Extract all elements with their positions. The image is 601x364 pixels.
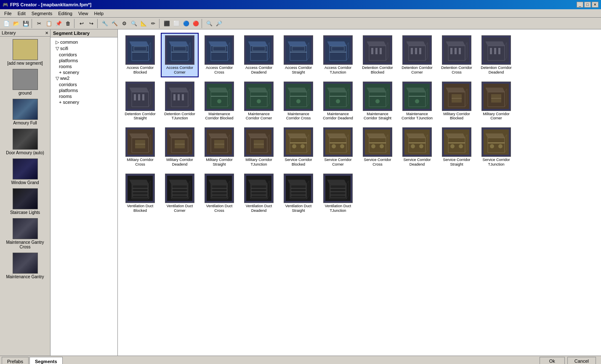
segment-item[interactable]: Ventilation Duct Cross (200, 171, 238, 216)
segment-item[interactable]: Detention Corridor Corner (398, 33, 436, 77)
segment-item[interactable]: Detention Corridor Deadend (477, 33, 515, 77)
tree-item-scifi-rooms[interactable]: rooms (52, 63, 116, 69)
toolbar-save[interactable]: 💾 (21, 19, 30, 28)
toolbar-btn5[interactable]: 📐 (139, 19, 148, 28)
maximize-button[interactable]: □ (584, 2, 591, 8)
segment-item[interactable]: Military Corridor Deadend (161, 125, 199, 169)
library-item-ground[interactable]: ground (4, 68, 46, 96)
segment-item[interactable]: Military Corridor Straight (200, 125, 238, 169)
segment-item[interactable]: Maintenance Corridor Cross (279, 79, 317, 124)
tree-item-ww2-scenery[interactable]: + scenery (52, 99, 116, 105)
segment-item[interactable]: Access Corridor Deadend (240, 33, 278, 77)
tree-item-ww2-platforms[interactable]: platforms (52, 87, 116, 93)
cancel-button[interactable]: Cancel (567, 357, 596, 364)
segment-thumb (284, 174, 313, 203)
segment-item[interactable]: Detention Corridor TJunction (161, 79, 199, 124)
segment-item[interactable]: Service Corridor Corner (319, 125, 357, 169)
menu-view[interactable]: View (76, 10, 91, 17)
toolbar-new[interactable]: 📄 (2, 19, 11, 28)
tree-item-scifi[interactable]: ▽ scifi (52, 45, 116, 52)
segment-item[interactable]: Ventilation Duct Blocked (121, 171, 159, 216)
close-button[interactable]: ✕ (592, 2, 598, 8)
segment-item[interactable]: Detention Corridor Straight (121, 79, 159, 124)
segment-item[interactable]: Access Corridor Corner (161, 33, 199, 77)
tree-item-scifi-corridors[interactable]: corridors (52, 52, 116, 58)
segment-grid-panel[interactable]: Access Corridor Blocked Access Corridor … (118, 29, 601, 356)
segment-item[interactable]: Access Corridor TJunction (319, 33, 357, 77)
segment-item[interactable]: Access Corridor Straight (279, 33, 317, 77)
segment-item[interactable]: Service Corridor Straight (438, 125, 476, 169)
menu-segments[interactable]: Segments (29, 10, 55, 17)
library-item-add-new[interactable]: [add new segment] (4, 38, 46, 66)
segment-item[interactable]: Military Corridor Corner (477, 79, 515, 124)
menu-editing[interactable]: Editing (56, 10, 75, 17)
toolbar-paste[interactable]: 📌 (54, 19, 63, 28)
tree-item-common[interactable]: ▷ common (52, 39, 116, 45)
toolbar-btn8[interactable]: ⬜ (172, 19, 181, 28)
svg-point-101 (336, 99, 340, 103)
segment-item[interactable]: Military Corridor Blocked (438, 79, 476, 124)
segment-item[interactable]: Military Corridor TJunction (240, 125, 278, 169)
toolbar-zoom-out[interactable]: 🔎 (214, 19, 223, 28)
toolbar-undo[interactable]: ↩ (77, 19, 86, 28)
toolbar-delete[interactable]: 🗑 (64, 19, 73, 28)
toolbar-btn6[interactable]: ✏ (149, 19, 158, 28)
tree-item-ww2-rooms[interactable]: rooms (52, 93, 116, 99)
library-close-button[interactable]: ✕ (45, 31, 48, 35)
segment-item[interactable]: Maintenance Corridor Corner (240, 79, 278, 124)
toolbar-btn7[interactable]: ⬛ (162, 19, 171, 28)
tree-item-ww2-corridors[interactable]: corridors (52, 82, 116, 87)
segment-item[interactable]: Ventilation Duct Straight (279, 171, 317, 216)
tree-item-ww2[interactable]: ▽ ww2 (52, 75, 116, 82)
segment-item[interactable]: Ventilation Duct Corner (161, 171, 199, 216)
library-item-door-armoury[interactable]: Door Armoury (auto) (4, 128, 46, 156)
toolbar-btn9[interactable]: 🔵 (181, 19, 191, 28)
segment-item[interactable]: Service Corridor Cross (359, 125, 396, 169)
menu-file[interactable]: File (2, 10, 14, 17)
minimize-button[interactable]: _ (577, 2, 583, 8)
segment-tree-header: Segment Library (51, 29, 117, 37)
toolbar-btn1[interactable]: 🔧 (100, 19, 109, 28)
menu-edit[interactable]: Edit (15, 10, 28, 17)
segment-item[interactable]: Access Corridor Cross (200, 33, 238, 77)
tab-segments[interactable]: Segments (29, 357, 63, 364)
library-scroll[interactable]: [add new segment] ground Armoury Full Do… (0, 37, 50, 356)
segment-item[interactable]: Military Corridor Cross (121, 125, 159, 169)
segment-item[interactable]: Service Corridor TJunction (477, 125, 515, 169)
segment-item[interactable]: Ventilation Duct Deadend (240, 171, 278, 216)
toolbar-open[interactable]: 📂 (11, 19, 21, 28)
tree-item-scifi-scenery[interactable]: + scenery (52, 69, 116, 75)
library-item-window-grand[interactable]: Window Grand (4, 158, 46, 186)
library-item-gantry-cross[interactable]: Maintenance Gantry Cross (4, 217, 46, 250)
toolbar-btn3[interactable]: ⚙ (120, 19, 129, 28)
toolbar-redo[interactable]: ↪ (87, 19, 96, 28)
svg-marker-210 (209, 180, 228, 184)
segment-tree[interactable]: ▷ common ▽ scifi corridors platforms roo… (51, 37, 117, 356)
segment-item[interactable]: Maintenance Corridor Straight (359, 79, 396, 124)
segment-item[interactable]: Maintenance Corridor Deadend (319, 79, 357, 124)
svg-marker-99 (346, 89, 348, 107)
toolbar-cut[interactable]: ✂ (35, 19, 44, 28)
segment-item[interactable]: Detention Corridor Cross (438, 33, 476, 77)
segment-item[interactable]: Maintenance Corridor Blocked (200, 79, 238, 124)
tab-prefabs[interactable]: Prefabs (2, 357, 29, 364)
toolbar-btn4[interactable]: 🔍 (129, 19, 138, 28)
menu-help[interactable]: Help (92, 10, 106, 17)
segment-item[interactable]: Access Corridor Blocked (121, 33, 159, 77)
toolbar-copy[interactable]: 📋 (44, 19, 53, 28)
segment-item[interactable]: Service Corridor Deadend (398, 125, 436, 169)
segment-label: Maintenance Corridor Straight (361, 112, 394, 121)
tree-item-scifi-platforms[interactable]: platforms (52, 58, 116, 63)
segment-item[interactable]: Maintenance Corridor TJunction (398, 79, 436, 124)
segment-item[interactable]: Service Corridor Blocked (279, 125, 317, 169)
segment-item[interactable]: Ventilation Duct TJunction (319, 171, 357, 216)
toolbar-btn2[interactable]: 🔨 (110, 19, 119, 28)
ok-button[interactable]: Ok (540, 357, 565, 364)
library-item-armoury[interactable]: Armoury Full (4, 98, 46, 126)
library-item-staircase[interactable]: Staircase Lights (4, 187, 46, 216)
segment-tree-panel: Segment Library ▷ common ▽ scifi corrido… (51, 29, 118, 356)
library-item-gantry[interactable]: Maintenance Gantry (4, 252, 46, 280)
toolbar-btn10[interactable]: 🔴 (191, 19, 200, 28)
segment-item[interactable]: Detention Corridor Blocked (359, 33, 396, 77)
toolbar-zoom-in[interactable]: 🔍 (205, 19, 214, 28)
